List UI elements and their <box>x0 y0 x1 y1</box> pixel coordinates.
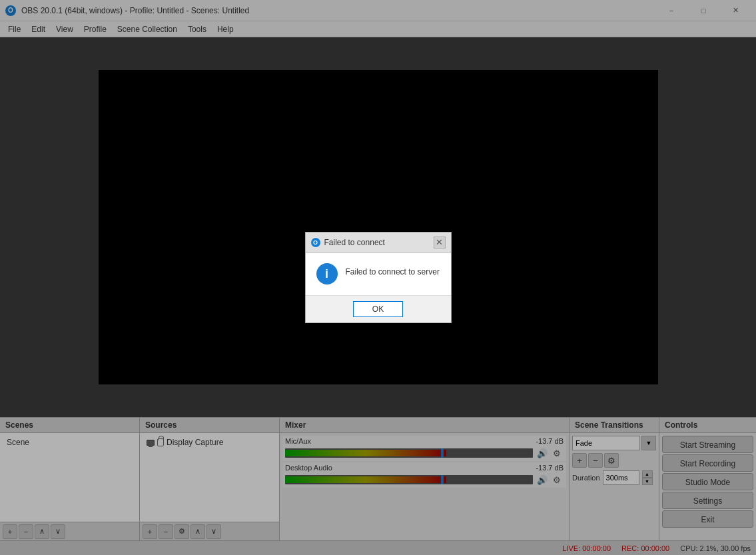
dialog-ok-button[interactable]: OK <box>353 301 403 317</box>
dialog-title-left: O Failed to connect <box>311 238 385 247</box>
dialog-close-button[interactable]: ✕ <box>434 237 446 249</box>
dialog-titlebar: O Failed to connect ✕ <box>306 233 451 253</box>
dialog-message: Failed to connect to server <box>346 263 440 277</box>
dialog-title-icon: O <box>311 238 320 247</box>
dialog-footer: OK <box>306 295 451 322</box>
dialog-title-text: Failed to connect <box>324 238 385 247</box>
main-window: O OBS 20.0.1 (64bit, windows) - Profile:… <box>0 0 756 555</box>
error-dialog: O Failed to connect ✕ i Failed to connec… <box>305 232 452 323</box>
dialog-overlay: O Failed to connect ✕ i Failed to connec… <box>0 0 756 555</box>
dialog-body: i Failed to connect to server <box>306 253 451 295</box>
dialog-info-icon: i <box>316 263 338 284</box>
